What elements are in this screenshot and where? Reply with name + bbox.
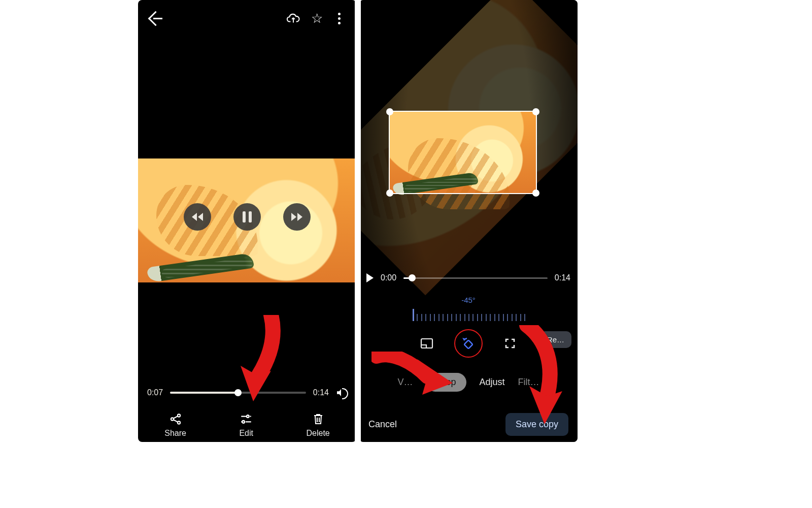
svg-point-0 <box>171 418 173 420</box>
seek-track-fill <box>170 392 238 394</box>
share-action[interactable]: Share <box>164 412 186 438</box>
back-icon[interactable] <box>148 11 162 25</box>
tab-faded-right[interactable]: Filt… <box>518 377 539 388</box>
crop-handle-top-right[interactable] <box>532 108 539 115</box>
crop-handle-bottom-right[interactable] <box>532 189 539 197</box>
share-label: Share <box>164 429 186 438</box>
editor-seek-thumb[interactable] <box>409 274 416 281</box>
play-icon[interactable] <box>366 273 374 282</box>
editor-duration: 0:14 <box>555 273 570 282</box>
cancel-button[interactable]: Cancel <box>368 419 397 430</box>
svg-rect-7 <box>464 340 473 349</box>
seek-bar: 0:07 0:14 <box>147 387 347 398</box>
cloud-upload-icon[interactable] <box>286 11 300 25</box>
rewind-button[interactable] <box>184 203 211 231</box>
rotation-angle-readout: -45° <box>359 296 578 304</box>
tab-faded-left[interactable]: V… <box>397 377 413 388</box>
rotate-ccw-icon[interactable] <box>454 329 483 358</box>
editor-tabs: V… Crop Adjust Filt… <box>359 373 578 392</box>
seek-duration: 0:14 <box>313 388 329 397</box>
phone-left: ☆ 0:07 0:14 <box>138 0 356 442</box>
svg-point-4 <box>242 421 245 423</box>
pause-button[interactable] <box>233 203 261 231</box>
forward-button[interactable] <box>283 203 311 231</box>
pumpkin-stem <box>147 245 259 275</box>
svg-point-1 <box>177 414 180 417</box>
crop-handle-top-left[interactable] <box>386 108 393 115</box>
edit-label: Edit <box>239 429 253 438</box>
svg-point-3 <box>247 415 249 418</box>
share-icon <box>169 412 182 426</box>
editor-seek-track[interactable] <box>403 277 548 279</box>
crop-border <box>389 111 537 194</box>
left-topbar: ☆ <box>138 4 356 33</box>
seek-thumb[interactable] <box>234 389 242 396</box>
volume-icon[interactable] <box>336 387 347 398</box>
reset-chip[interactable]: Re… <box>540 331 571 348</box>
seek-current-time: 0:07 <box>147 388 163 397</box>
delete-label: Delete <box>306 429 329 438</box>
rotation-angle-slider[interactable] <box>359 307 578 321</box>
svg-marker-8 <box>462 338 466 340</box>
editor-current-time: 0:00 <box>381 273 396 282</box>
seek-track[interactable] <box>170 392 306 394</box>
delete-action[interactable]: Delete <box>306 412 329 438</box>
overflow-menu-icon[interactable] <box>332 11 346 25</box>
editor-bottom-bar: Cancel Save copy <box>359 413 578 436</box>
crop-handle-bottom-left[interactable] <box>386 189 393 197</box>
phone-right: 0:00 0:14 -45° <box>359 0 578 442</box>
tab-adjust[interactable]: Adjust <box>480 377 505 388</box>
crop-selection[interactable] <box>390 112 536 193</box>
fullscreen-icon[interactable] <box>500 333 520 354</box>
bottom-actions: Share Edit Delete <box>138 412 356 438</box>
edit-action[interactable]: Edit <box>239 412 253 438</box>
aspect-ratio-icon[interactable] <box>417 333 437 354</box>
edit-sliders-icon <box>240 412 253 426</box>
editor-play-row: 0:00 0:14 <box>366 273 570 282</box>
favorite-star-icon[interactable]: ☆ <box>310 11 324 25</box>
playback-controls <box>138 203 356 231</box>
trash-icon <box>312 412 325 426</box>
svg-point-2 <box>177 421 180 424</box>
tab-crop[interactable]: Crop <box>426 373 466 392</box>
save-copy-button[interactable]: Save copy <box>505 413 568 436</box>
